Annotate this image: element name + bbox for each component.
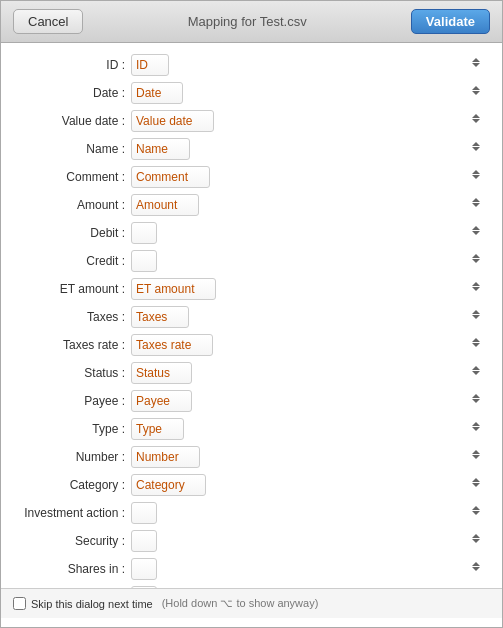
select-wrapper: Taxes rate (131, 334, 486, 356)
field-label: Category : (11, 478, 131, 492)
select-wrapper: ET amount (131, 278, 486, 300)
form-row: Status :Status (11, 361, 486, 385)
select-wrapper: Value date (131, 110, 486, 132)
form-row: Security : (11, 529, 486, 553)
field-select[interactable] (131, 586, 157, 588)
field-select[interactable]: Taxes rate (131, 334, 213, 356)
field-select[interactable]: ET amount (131, 278, 216, 300)
select-wrapper: Taxes (131, 306, 486, 328)
field-label: Credit : (11, 254, 131, 268)
field-label: Taxes rate : (11, 338, 131, 352)
field-label: Security : (11, 534, 131, 548)
field-label: Payee : (11, 394, 131, 408)
select-wrapper (131, 502, 486, 524)
select-wrapper (131, 250, 486, 272)
select-wrapper: Category (131, 474, 486, 496)
form-row: ID :ID (11, 53, 486, 77)
select-wrapper: Number (131, 446, 486, 468)
select-wrapper: Type (131, 418, 486, 440)
form-row: Payee :Payee (11, 389, 486, 413)
form-row: Taxes :Taxes (11, 305, 486, 329)
field-label: Shares in : (11, 562, 131, 576)
form-row: Number :Number (11, 445, 486, 469)
field-select[interactable]: Name (131, 138, 190, 160)
field-select[interactable] (131, 250, 157, 272)
form-row: ET amount :ET amount (11, 277, 486, 301)
form-row: Value date :Value date (11, 109, 486, 133)
select-wrapper: Date (131, 82, 486, 104)
field-label: Type : (11, 422, 131, 436)
field-select[interactable]: Number (131, 446, 200, 468)
dialog-header: Cancel Mapping for Test.csv Validate (1, 1, 502, 43)
dialog-title: Mapping for Test.csv (83, 14, 410, 29)
field-select[interactable] (131, 222, 157, 244)
form-row: Type :Type (11, 417, 486, 441)
select-wrapper: Amount (131, 194, 486, 216)
field-label: Comment : (11, 170, 131, 184)
field-select[interactable] (131, 502, 157, 524)
form-row: Comment :Comment (11, 165, 486, 189)
field-select[interactable] (131, 558, 157, 580)
skip-dialog-text: Skip this dialog next time (31, 598, 153, 610)
select-wrapper (131, 586, 486, 588)
dialog-window: Cancel Mapping for Test.csv Validate ID … (0, 0, 503, 628)
cancel-button[interactable]: Cancel (13, 9, 83, 34)
hold-down-note: (Hold down ⌥ to show anyway) (162, 597, 319, 610)
field-label: Taxes : (11, 310, 131, 324)
field-label: Name : (11, 142, 131, 156)
skip-dialog-checkbox[interactable] (13, 597, 26, 610)
field-label: Number : (11, 450, 131, 464)
field-select[interactable]: Category (131, 474, 206, 496)
field-label: Investment action : (11, 506, 131, 520)
form-row: Date :Date (11, 81, 486, 105)
field-select[interactable]: Amount (131, 194, 199, 216)
field-label: Date : (11, 86, 131, 100)
field-label: ET amount : (11, 282, 131, 296)
dialog-footer: Skip this dialog next time (Hold down ⌥ … (1, 588, 502, 618)
field-label: Amount : (11, 198, 131, 212)
field-select[interactable]: Value date (131, 110, 214, 132)
form-row: Taxes rate :Taxes rate (11, 333, 486, 357)
select-wrapper: Payee (131, 390, 486, 412)
field-select[interactable]: ID (131, 54, 169, 76)
field-label: Value date : (11, 114, 131, 128)
field-label: Debit : (11, 226, 131, 240)
field-label: ID : (11, 58, 131, 72)
select-wrapper (131, 530, 486, 552)
select-wrapper (131, 558, 486, 580)
validate-button[interactable]: Validate (411, 9, 490, 34)
select-wrapper: Comment (131, 166, 486, 188)
form-row: Credit : (11, 249, 486, 273)
form-row: Name :Name (11, 137, 486, 161)
form-content: ID :IDDate :DateValue date :Value dateNa… (1, 43, 502, 588)
form-row: Investment action : (11, 501, 486, 525)
field-select[interactable] (131, 530, 157, 552)
field-select[interactable]: Payee (131, 390, 192, 412)
field-select[interactable]: Comment (131, 166, 210, 188)
form-row: Amount :Amount (11, 193, 486, 217)
select-wrapper: Name (131, 138, 486, 160)
field-label: Status : (11, 366, 131, 380)
field-select[interactable]: Date (131, 82, 183, 104)
select-wrapper: ID (131, 54, 486, 76)
field-select[interactable]: Status (131, 362, 192, 384)
field-select[interactable]: Type (131, 418, 184, 440)
form-row: Shares in : (11, 557, 486, 581)
form-row: Category :Category (11, 473, 486, 497)
select-wrapper: Status (131, 362, 486, 384)
select-wrapper (131, 222, 486, 244)
field-select[interactable]: Taxes (131, 306, 189, 328)
skip-dialog-label[interactable]: Skip this dialog next time (Hold down ⌥ … (13, 597, 318, 610)
form-row: Debit : (11, 221, 486, 245)
